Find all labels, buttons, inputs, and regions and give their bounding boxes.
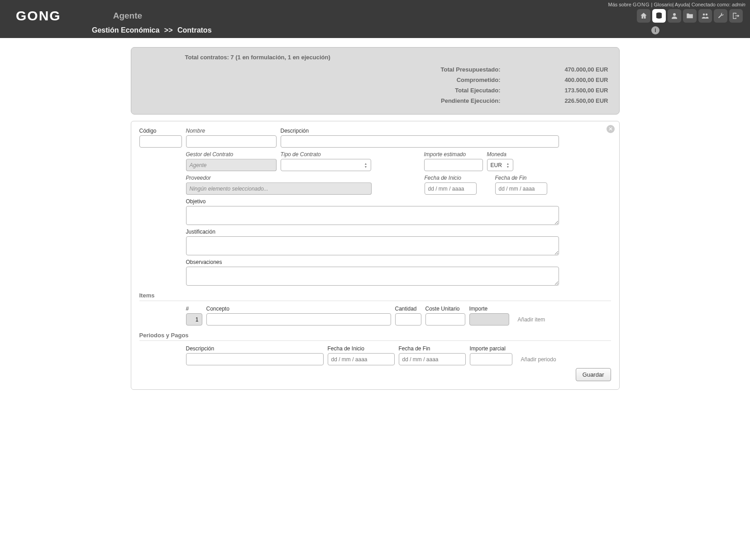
svg-point-3 <box>706 14 708 16</box>
importe-input[interactable] <box>424 159 483 171</box>
tipo-label: Tipo de Contrato <box>281 151 371 158</box>
summary-row-comprometido: Comprometido: 400.000,00 EUR <box>142 75 608 85</box>
importe-label: Importe estimado <box>424 151 483 158</box>
items-col-concepto: Concepto <box>206 306 391 312</box>
icon-nav <box>637 9 745 23</box>
home-icon[interactable] <box>637 9 650 23</box>
breadcrumb: Gestión Económica >> Contratos <box>92 26 212 34</box>
meta-links: Más sobre GONG | Glosario| Ayuda| Conect… <box>608 2 745 7</box>
tipo-select[interactable]: ▲▼ <box>281 159 371 171</box>
user-icon[interactable] <box>668 9 681 23</box>
mas-sobre-link[interactable]: Más sobre <box>608 2 631 7</box>
periodo-inicio-label: Fecha de Inicio <box>328 345 395 352</box>
summary-row-ejecutado: Total Ejecutado: 173.500,00 EUR <box>142 85 608 96</box>
periodo-fin-input[interactable] <box>399 353 466 365</box>
gestor-input: Agente <box>186 159 277 171</box>
objetivo-label: Objetivo <box>186 198 559 205</box>
gestor-label: Gestor del Contrato <box>186 151 277 158</box>
form-panel: ✕ Código Nombre Descripción G <box>131 121 620 390</box>
nombre-input[interactable] <box>186 135 277 148</box>
item-concepto-input[interactable] <box>206 313 391 325</box>
item-coste-input[interactable] <box>425 313 465 325</box>
ayuda-link[interactable]: Ayuda <box>675 2 689 7</box>
descripcion-label: Descripción <box>281 128 559 134</box>
observaciones-label: Observaciones <box>186 259 559 265</box>
svg-point-1 <box>673 13 676 16</box>
descripcion-input[interactable] <box>281 135 559 148</box>
periodo-desc-label: Descripción <box>186 345 324 352</box>
periodo-desc-input[interactable] <box>186 353 324 365</box>
nombre-label: Nombre <box>186 128 277 134</box>
observaciones-textarea[interactable] <box>186 267 559 286</box>
breadcrumb-part2[interactable]: Contratos <box>177 26 212 34</box>
objetivo-textarea[interactable] <box>186 206 559 225</box>
exit-icon[interactable] <box>729 9 743 23</box>
breadcrumb-part1[interactable]: Gestión Económica <box>92 26 159 34</box>
svg-point-2 <box>703 14 705 16</box>
periodos-title: Periodos y Pagos <box>139 332 611 339</box>
wrench-icon[interactable] <box>714 9 727 23</box>
close-icon[interactable]: ✕ <box>607 125 615 133</box>
codigo-input[interactable] <box>139 135 182 148</box>
justificacion-textarea[interactable] <box>186 236 559 255</box>
guardar-button[interactable]: Guardar <box>576 368 611 381</box>
justificacion-label: Justificación <box>186 229 559 235</box>
info-icon[interactable]: i <box>651 26 659 34</box>
codigo-label: Código <box>139 128 182 134</box>
item-num-input <box>186 313 202 325</box>
periodos-row: Descripción Fecha de Inicio Fecha de Fin… <box>186 345 611 365</box>
fecha-fin-label: Fecha de Fin <box>495 175 547 181</box>
add-periodo-link[interactable]: Añadir periodo <box>521 356 556 363</box>
proveedor-label: Proveedor <box>186 175 372 181</box>
periodo-importe-label: Importe parcial <box>470 345 512 352</box>
periodo-inicio-input[interactable] <box>328 353 395 365</box>
items-col-cantidad: Cantidad <box>395 306 421 312</box>
moneda-label: Moneda <box>487 151 513 158</box>
summary-row-presupuestado: Total Presupuestado: 470.000,00 EUR <box>142 64 608 75</box>
conectado-label: Conectado como: <box>692 2 731 7</box>
agente-label: Agente <box>113 11 142 21</box>
summary-title: Total contratos: 7 (1 en formulación, 1 … <box>185 54 608 61</box>
breadcrumb-sep: >> <box>164 26 173 34</box>
periodo-fin-label: Fecha de Fin <box>399 345 466 352</box>
items-col-coste: Coste Unitario <box>425 306 465 312</box>
admin-user: admin <box>732 2 745 7</box>
app-logo: GONG <box>16 8 61 24</box>
folder-icon[interactable] <box>683 9 697 23</box>
items-col-importe: Importe <box>469 306 509 312</box>
items-col-num: # <box>186 306 202 312</box>
fecha-inicio-label: Fecha de Inicio <box>425 175 477 181</box>
items-row: Añadir item <box>186 313 611 325</box>
item-cantidad-input[interactable] <box>395 313 421 325</box>
moneda-select[interactable]: EUR ▲▼ <box>487 159 513 171</box>
fecha-fin-input[interactable] <box>495 182 547 195</box>
add-item-link[interactable]: Añadir item <box>518 316 545 323</box>
item-importe-input <box>469 313 509 325</box>
periodo-importe-input[interactable] <box>470 353 512 365</box>
glosario-link[interactable]: Glosario <box>654 2 673 7</box>
proveedor-select[interactable]: Ningún elemento seleccionado... <box>186 182 372 195</box>
database-icon[interactable] <box>652 9 666 23</box>
summary-row-pendiente: Pendiente Ejecución: 226.500,00 EUR <box>142 96 608 106</box>
chevron-updown-icon: ▲▼ <box>506 162 510 168</box>
fecha-inicio-input[interactable] <box>425 182 477 195</box>
gong-mini: GONG <box>633 2 650 7</box>
summary-box: Total contratos: 7 (1 en formulación, 1 … <box>131 47 620 115</box>
users-icon[interactable] <box>698 9 712 23</box>
items-title: Items <box>139 292 611 299</box>
chevron-updown-icon: ▲▼ <box>364 162 368 168</box>
